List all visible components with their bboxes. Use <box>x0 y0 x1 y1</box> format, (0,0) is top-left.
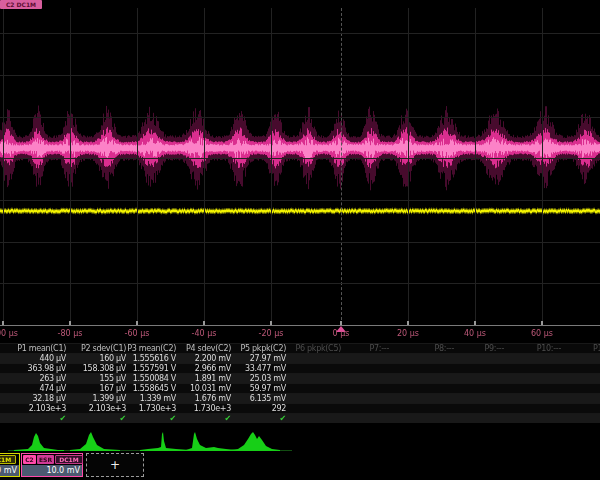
time-axis-label: 60 µs <box>531 329 553 338</box>
status-checkmark: ✔ <box>67 413 127 423</box>
param-header-p4[interactable]: P4 sdev(C2) <box>177 343 232 353</box>
measurement-empty <box>287 363 342 373</box>
p5-histicon[interactable] <box>230 430 280 451</box>
measurement-empty <box>455 383 505 393</box>
measurement-empty <box>390 383 455 393</box>
time-axis-label: -100 µs <box>0 329 18 338</box>
waveform-grid: -100 µs-80 µs-60 µs-40 µs-20 µs0 µs20 µs… <box>0 0 600 345</box>
param-header-p8[interactable]: P8:--- <box>390 343 455 353</box>
param-header-p9[interactable]: P9:--- <box>455 343 505 353</box>
measurement-value: 6.135 mV <box>232 393 287 403</box>
measurement-empty <box>505 353 562 363</box>
param-header-p7[interactable]: P7:--- <box>342 343 390 353</box>
measurement-empty <box>342 393 390 403</box>
c2-descriptor-box[interactable]: C2 ESR DC1M 10.0 mV <box>21 453 83 477</box>
measurement-value: 1.730e+3 <box>127 403 177 413</box>
measurement-value: 1.891 mV <box>177 373 232 383</box>
measurement-value: 167 µV <box>67 383 127 393</box>
status-checkmark: ✔ <box>232 413 287 423</box>
add-trace-button[interactable]: + <box>86 453 144 477</box>
status-empty <box>342 413 390 423</box>
time-axis-line <box>0 325 600 326</box>
status-empty <box>562 413 600 423</box>
measurement-empty <box>390 393 455 403</box>
measurement-empty <box>562 373 600 383</box>
measurement-value: 59.97 mV <box>232 383 287 393</box>
param-header-p2[interactable]: P2 sdev(C1) <box>67 343 127 353</box>
p3-histicon[interactable] <box>140 430 190 451</box>
c2-coupling-badge: DC1M <box>55 455 83 464</box>
measurement-value: 10.031 mV <box>177 383 232 393</box>
param-header-p5[interactable]: P5 pkpk(C2) <box>232 343 287 353</box>
measurement-empty <box>505 383 562 393</box>
vertical-gridline <box>70 8 71 325</box>
measurement-empty <box>455 373 505 383</box>
c2-vertical-scale: 10.0 mV <box>22 465 82 476</box>
time-axis-label: 0 µs <box>333 329 350 338</box>
measurement-value: 1.339 mV <box>127 393 177 403</box>
measurement-empty <box>287 403 342 413</box>
vertical-gridline <box>137 8 138 325</box>
time-axis-label: -40 µs <box>192 329 217 338</box>
c1-descriptor-box[interactable]: C1 DC1M 50.0 mV <box>0 453 20 477</box>
measurement-empty <box>342 383 390 393</box>
measurement-value: 263 µV <box>0 373 67 383</box>
vertical-gridline <box>341 8 343 325</box>
c1-vertical-scale: 50.0 mV <box>0 465 19 476</box>
measurement-empty <box>562 363 600 373</box>
status-checkmark: ✔ <box>177 413 232 423</box>
waveform-canvas <box>0 0 600 345</box>
param-header-p1[interactable]: P1 mean(C1) <box>0 343 67 353</box>
measurement-value: 27.97 mV <box>232 353 287 363</box>
horizontal-gridline <box>0 33 600 34</box>
measurement-value: 440 µV <box>0 353 67 363</box>
param-header-p11[interactable]: P11:--- <box>562 343 600 353</box>
c2-channel-badge: C2 <box>23 455 36 464</box>
time-axis-label: -80 µs <box>58 329 83 338</box>
param-header-p10[interactable]: P10:--- <box>505 343 562 353</box>
measurement-empty <box>287 383 342 393</box>
oscilloscope-screen: -100 µs-80 µs-60 µs-40 µs-20 µs0 µs20 µs… <box>0 0 600 480</box>
measurement-empty <box>455 393 505 403</box>
measurement-value: 1.730e+3 <box>177 403 232 413</box>
measurement-empty <box>342 403 390 413</box>
histicon-row <box>0 429 600 452</box>
c2-esr-badge: ESR <box>37 455 54 464</box>
measurement-empty <box>390 363 455 373</box>
param-header-p6[interactable]: P6 pkpk(C5) <box>287 343 342 353</box>
p2-histicon[interactable] <box>70 430 120 451</box>
measurement-value: 160 µV <box>67 353 127 363</box>
p1-histicon[interactable] <box>14 430 64 451</box>
measurement-empty <box>505 393 562 403</box>
measurement-value: 2.103e+3 <box>0 403 67 413</box>
measurement-empty <box>287 353 342 363</box>
measurement-empty <box>455 403 505 413</box>
measurement-empty <box>342 373 390 383</box>
measurement-value: 2.966 mV <box>177 363 232 373</box>
horizontal-gridline <box>0 242 600 243</box>
measurement-value: 1.550084 V <box>127 373 177 383</box>
measurement-empty <box>390 353 455 363</box>
horizontal-gridline <box>0 283 600 284</box>
status-empty <box>287 413 342 423</box>
measurement-empty <box>390 373 455 383</box>
vertical-gridline <box>408 8 409 325</box>
measurement-empty <box>455 353 505 363</box>
measurement-value: 158.308 µV <box>67 363 127 373</box>
measurement-value: 25.03 mV <box>232 373 287 383</box>
measurement-value: 1.557591 V <box>127 363 177 373</box>
measure-table: P1 mean(C1)P2 sdev(C1)P3 mean(C2)P4 sdev… <box>0 343 600 423</box>
param-header-p3[interactable]: P3 mean(C2) <box>127 343 177 353</box>
descriptor-bar: C1 DC1M 50.0 mV C2 ESR DC1M 10.0 mV + HD… <box>0 452 600 480</box>
measurement-empty <box>390 403 455 413</box>
measurement-empty <box>505 363 562 373</box>
measurement-empty <box>455 363 505 373</box>
p4-histicon[interactable] <box>186 430 236 451</box>
measurement-value: 1.399 µV <box>67 393 127 403</box>
time-axis-label: -60 µs <box>125 329 150 338</box>
horizontal-gridline <box>0 117 600 118</box>
horizontal-gridline <box>0 200 600 201</box>
c1-coupling-badge: DC1M <box>0 455 16 464</box>
measurement-empty <box>505 373 562 383</box>
vertical-gridline <box>3 8 4 325</box>
